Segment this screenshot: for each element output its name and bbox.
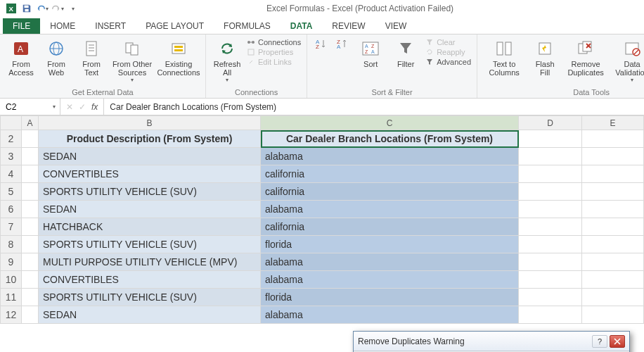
cell-A7[interactable]	[22, 218, 39, 236]
tab-page-layout[interactable]: PAGE LAYOUT	[136, 18, 214, 34]
cell-A8[interactable]	[22, 236, 39, 253]
cell-B4[interactable]: CONVERTIBLES	[39, 165, 261, 183]
from-web-button[interactable]: FromWeb	[41, 36, 72, 77]
col-header-A[interactable]: A	[22, 116, 39, 130]
properties-button[interactable]: Properties	[247, 47, 301, 57]
tab-review[interactable]: REVIEW	[322, 18, 375, 34]
cell-E3[interactable]	[582, 148, 644, 165]
row-header-5[interactable]: 5	[1, 183, 22, 201]
cell-E8[interactable]	[582, 236, 644, 253]
row-header-2[interactable]: 2	[1, 130, 22, 148]
cell-A11[interactable]	[22, 289, 39, 306]
cell-A4[interactable]	[22, 165, 39, 183]
row-header-9[interactable]: 9	[1, 253, 22, 271]
cell-B12[interactable]: SEDAN	[39, 306, 261, 324]
row-header-4[interactable]: 4	[1, 165, 22, 183]
cell-B6[interactable]: SEDAN	[39, 201, 261, 218]
cell-E11[interactable]	[582, 289, 644, 306]
cell-D3[interactable]	[519, 148, 582, 165]
flash-fill-button[interactable]: FlashFill	[529, 36, 560, 77]
cell-E5[interactable]	[582, 183, 644, 201]
cell-C11[interactable]: florida	[261, 289, 519, 306]
cell-D8[interactable]	[519, 236, 582, 253]
text-to-columns-button[interactable]: Text toColumns	[483, 36, 525, 77]
cell-B9[interactable]: MULTI PURPOSE UTILITY VEHICLE (MPV)	[39, 253, 261, 271]
tab-view[interactable]: VIEW	[375, 18, 417, 34]
undo-icon[interactable]: ▾	[35, 1, 49, 15]
cell-D9[interactable]	[519, 253, 582, 271]
enter-formula-icon[interactable]: ✓	[79, 102, 86, 112]
cell-B2[interactable]: Product Description (From System)	[39, 130, 261, 148]
clear-button[interactable]: Clear	[425, 37, 471, 47]
cell-E12[interactable]	[582, 306, 644, 324]
cell-A2[interactable]	[22, 130, 39, 148]
fx-icon[interactable]: fx	[91, 102, 98, 112]
cell-E6[interactable]	[582, 201, 644, 218]
cell-A6[interactable]	[22, 201, 39, 218]
col-header-B[interactable]: B	[39, 116, 261, 130]
advanced-button[interactable]: Advanced	[425, 57, 471, 67]
cell-D6[interactable]	[519, 201, 582, 218]
cell-B8[interactable]: SPORTS UTILITY VEHICLE (SUV)	[39, 236, 261, 253]
tab-file[interactable]: FILE	[3, 18, 40, 34]
cell-B3[interactable]: SEDAN	[39, 148, 261, 165]
cell-E7[interactable]	[582, 218, 644, 236]
cell-B10[interactable]: CONVERTIBLES	[39, 271, 261, 289]
from-access-button[interactable]: AFromAccess	[6, 36, 37, 77]
tab-data[interactable]: DATA	[281, 18, 323, 34]
row-header-12[interactable]: 12	[1, 306, 22, 324]
cell-C12[interactable]: alabama	[261, 306, 519, 324]
cell-A5[interactable]	[22, 183, 39, 201]
cell-B7[interactable]: HATCHBACK	[39, 218, 261, 236]
row-header-8[interactable]: 8	[1, 236, 22, 253]
cell-D10[interactable]	[519, 271, 582, 289]
filter-button[interactable]: Filter	[390, 36, 421, 68]
name-box-input[interactable]	[4, 101, 53, 113]
cell-C7[interactable]: california	[261, 218, 519, 236]
cell-D12[interactable]	[519, 306, 582, 324]
cell-C3[interactable]: alabama	[261, 148, 519, 165]
row-header-10[interactable]: 10	[1, 271, 22, 289]
cell-C2[interactable]: Car Dealer Branch Locations (From System…	[261, 130, 519, 148]
existing-connections-button[interactable]: ExistingConnections	[157, 36, 200, 77]
cell-C8[interactable]: florida	[261, 236, 519, 253]
tab-insert[interactable]: INSERT	[85, 18, 136, 34]
col-header-C[interactable]: C	[261, 116, 519, 130]
cell-E4[interactable]	[582, 165, 644, 183]
sort-az-button[interactable]: AZ	[313, 36, 330, 50]
cell-D11[interactable]	[519, 289, 582, 306]
cell-C4[interactable]: california	[261, 165, 519, 183]
cell-B5[interactable]: SPORTS UTILITY VEHICLE (SUV)	[39, 183, 261, 201]
connections-button[interactable]: Connections	[247, 37, 301, 47]
cancel-formula-icon[interactable]: ✕	[66, 102, 73, 112]
qat-customize-icon[interactable]: ▾	[66, 1, 80, 15]
from-text-button[interactable]: FromText	[76, 36, 107, 77]
cell-C5[interactable]: california	[261, 183, 519, 201]
redo-icon[interactable]: ▾	[51, 1, 65, 15]
name-box[interactable]: ▾	[0, 99, 60, 115]
tab-home[interactable]: HOME	[40, 18, 85, 34]
cell-A3[interactable]	[22, 148, 39, 165]
cell-A9[interactable]	[22, 253, 39, 271]
row-header-3[interactable]: 3	[1, 148, 22, 165]
edit-links-button[interactable]: Edit Links	[247, 57, 301, 67]
cell-D5[interactable]	[519, 183, 582, 201]
cell-A12[interactable]	[22, 306, 39, 324]
cell-B11[interactable]: SPORTS UTILITY VEHICLE (SUV)	[39, 289, 261, 306]
col-header-D[interactable]: D	[519, 116, 582, 130]
cell-D2[interactable]	[519, 130, 582, 148]
sort-za-button[interactable]: ZA	[334, 36, 351, 50]
cell-A10[interactable]	[22, 271, 39, 289]
col-header-E[interactable]: E	[582, 116, 644, 130]
tab-formulas[interactable]: FORMULAS	[214, 18, 281, 34]
remove-duplicates-button[interactable]: RemoveDuplicates	[565, 36, 607, 77]
cell-D4[interactable]	[519, 165, 582, 183]
cell-D7[interactable]	[519, 218, 582, 236]
cell-E10[interactable]	[582, 271, 644, 289]
dialog-help-button[interactable]: ?	[592, 335, 607, 348]
cell-C10[interactable]: alabama	[261, 271, 519, 289]
data-validation-button[interactable]: DataValidation▾	[611, 36, 644, 83]
sort-button[interactable]: AZZASort	[355, 36, 386, 68]
reapply-button[interactable]: Reapply	[425, 47, 471, 57]
excel-icon[interactable]: X	[4, 1, 18, 15]
